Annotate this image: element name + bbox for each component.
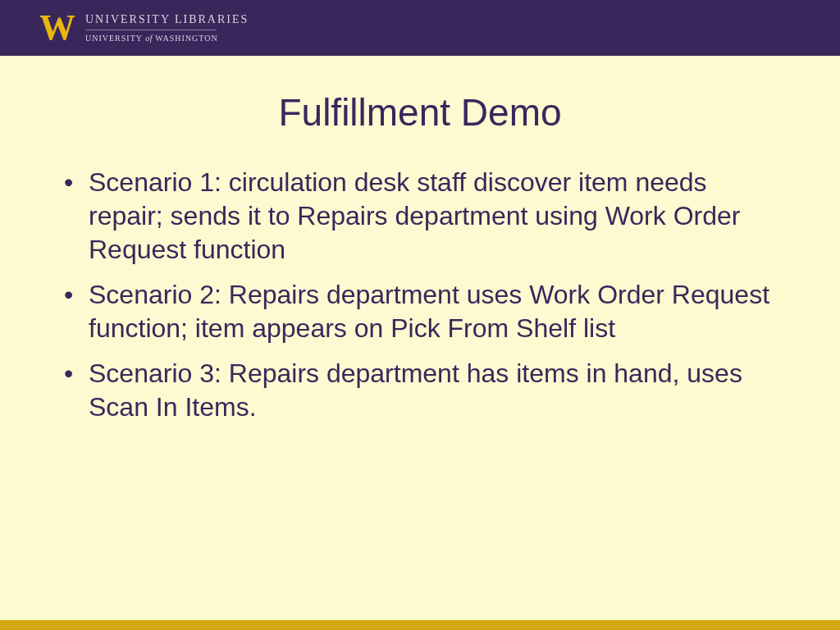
header-text-block: UNIVERSITY LIBRARIES UNIVERSITY of WASHI… [85,13,249,43]
footer-bar [0,620,840,630]
header-subtitle: UNIVERSITY of WASHINGTON [85,34,249,43]
uw-logo-icon: W [39,10,74,46]
slide-title: Fulfillment Demo [0,90,840,135]
subtitle-pre: UNIVERSITY [85,34,145,43]
bullet-list: Scenario 1: circulation desk staff disco… [61,166,779,424]
slide: W UNIVERSITY LIBRARIES UNIVERSITY of WAS… [0,0,840,630]
subtitle-post: WASHINGTON [153,34,218,43]
list-item: Scenario 1: circulation desk staff disco… [61,166,779,267]
slide-content: Scenario 1: circulation desk staff disco… [0,166,840,620]
subtitle-of: of [145,34,153,43]
header-divider [85,30,217,30]
list-item: Scenario 3: Repairs department has items… [61,357,779,424]
list-item: Scenario 2: Repairs department uses Work… [61,278,779,345]
header-title: UNIVERSITY LIBRARIES [85,13,249,26]
header-bar: W UNIVERSITY LIBRARIES UNIVERSITY of WAS… [0,0,840,56]
